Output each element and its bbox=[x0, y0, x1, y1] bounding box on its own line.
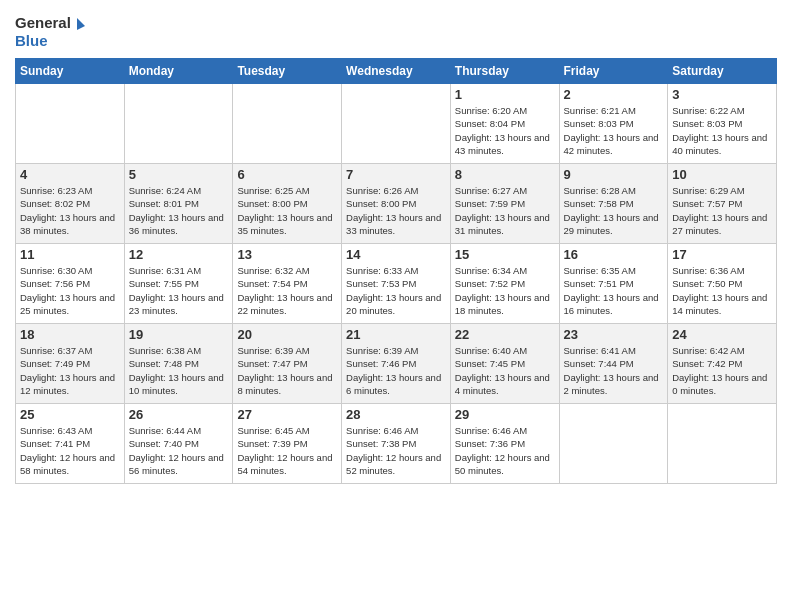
svg-text:Blue: Blue bbox=[15, 32, 48, 49]
day-cell: 20Sunrise: 6:39 AMSunset: 7:47 PMDayligh… bbox=[233, 324, 342, 404]
day-number: 18 bbox=[20, 327, 120, 342]
day-info: Sunrise: 6:41 AMSunset: 7:44 PMDaylight:… bbox=[564, 344, 664, 397]
day-cell: 11Sunrise: 6:30 AMSunset: 7:56 PMDayligh… bbox=[16, 244, 125, 324]
day-cell: 4Sunrise: 6:23 AMSunset: 8:02 PMDaylight… bbox=[16, 164, 125, 244]
day-info: Sunrise: 6:38 AMSunset: 7:48 PMDaylight:… bbox=[129, 344, 229, 397]
day-info: Sunrise: 6:25 AMSunset: 8:00 PMDaylight:… bbox=[237, 184, 337, 237]
day-info: Sunrise: 6:34 AMSunset: 7:52 PMDaylight:… bbox=[455, 264, 555, 317]
day-cell: 24Sunrise: 6:42 AMSunset: 7:42 PMDayligh… bbox=[668, 324, 777, 404]
day-info: Sunrise: 6:39 AMSunset: 7:46 PMDaylight:… bbox=[346, 344, 446, 397]
day-cell: 23Sunrise: 6:41 AMSunset: 7:44 PMDayligh… bbox=[559, 324, 668, 404]
day-cell bbox=[668, 404, 777, 484]
week-row-1: 1Sunrise: 6:20 AMSunset: 8:04 PMDaylight… bbox=[16, 84, 777, 164]
day-info: Sunrise: 6:44 AMSunset: 7:40 PMDaylight:… bbox=[129, 424, 229, 477]
page: General Blue SundayMondayTuesdayWednesda… bbox=[0, 0, 792, 612]
header-day-wednesday: Wednesday bbox=[342, 59, 451, 84]
week-row-5: 25Sunrise: 6:43 AMSunset: 7:41 PMDayligh… bbox=[16, 404, 777, 484]
day-number: 24 bbox=[672, 327, 772, 342]
day-number: 26 bbox=[129, 407, 229, 422]
day-cell: 5Sunrise: 6:24 AMSunset: 8:01 PMDaylight… bbox=[124, 164, 233, 244]
day-number: 14 bbox=[346, 247, 446, 262]
header-day-monday: Monday bbox=[124, 59, 233, 84]
day-cell: 26Sunrise: 6:44 AMSunset: 7:40 PMDayligh… bbox=[124, 404, 233, 484]
day-cell: 6Sunrise: 6:25 AMSunset: 8:00 PMDaylight… bbox=[233, 164, 342, 244]
week-row-2: 4Sunrise: 6:23 AMSunset: 8:02 PMDaylight… bbox=[16, 164, 777, 244]
day-info: Sunrise: 6:26 AMSunset: 8:00 PMDaylight:… bbox=[346, 184, 446, 237]
day-info: Sunrise: 6:20 AMSunset: 8:04 PMDaylight:… bbox=[455, 104, 555, 157]
day-cell: 7Sunrise: 6:26 AMSunset: 8:00 PMDaylight… bbox=[342, 164, 451, 244]
day-cell bbox=[233, 84, 342, 164]
day-cell: 3Sunrise: 6:22 AMSunset: 8:03 PMDaylight… bbox=[668, 84, 777, 164]
day-number: 13 bbox=[237, 247, 337, 262]
day-info: Sunrise: 6:24 AMSunset: 8:01 PMDaylight:… bbox=[129, 184, 229, 237]
day-info: Sunrise: 6:22 AMSunset: 8:03 PMDaylight:… bbox=[672, 104, 772, 157]
svg-marker-2 bbox=[77, 18, 85, 30]
day-cell: 10Sunrise: 6:29 AMSunset: 7:57 PMDayligh… bbox=[668, 164, 777, 244]
day-cell: 25Sunrise: 6:43 AMSunset: 7:41 PMDayligh… bbox=[16, 404, 125, 484]
day-info: Sunrise: 6:21 AMSunset: 8:03 PMDaylight:… bbox=[564, 104, 664, 157]
day-cell: 29Sunrise: 6:46 AMSunset: 7:36 PMDayligh… bbox=[450, 404, 559, 484]
header-day-thursday: Thursday bbox=[450, 59, 559, 84]
day-number: 20 bbox=[237, 327, 337, 342]
day-cell: 12Sunrise: 6:31 AMSunset: 7:55 PMDayligh… bbox=[124, 244, 233, 324]
day-info: Sunrise: 6:43 AMSunset: 7:41 PMDaylight:… bbox=[20, 424, 120, 477]
header-day-friday: Friday bbox=[559, 59, 668, 84]
day-number: 12 bbox=[129, 247, 229, 262]
day-number: 8 bbox=[455, 167, 555, 182]
week-row-3: 11Sunrise: 6:30 AMSunset: 7:56 PMDayligh… bbox=[16, 244, 777, 324]
day-info: Sunrise: 6:32 AMSunset: 7:54 PMDaylight:… bbox=[237, 264, 337, 317]
day-number: 25 bbox=[20, 407, 120, 422]
day-info: Sunrise: 6:35 AMSunset: 7:51 PMDaylight:… bbox=[564, 264, 664, 317]
day-number: 4 bbox=[20, 167, 120, 182]
day-number: 6 bbox=[237, 167, 337, 182]
day-number: 29 bbox=[455, 407, 555, 422]
day-cell: 9Sunrise: 6:28 AMSunset: 7:58 PMDaylight… bbox=[559, 164, 668, 244]
day-cell: 16Sunrise: 6:35 AMSunset: 7:51 PMDayligh… bbox=[559, 244, 668, 324]
week-row-4: 18Sunrise: 6:37 AMSunset: 7:49 PMDayligh… bbox=[16, 324, 777, 404]
day-cell: 2Sunrise: 6:21 AMSunset: 8:03 PMDaylight… bbox=[559, 84, 668, 164]
day-cell: 14Sunrise: 6:33 AMSunset: 7:53 PMDayligh… bbox=[342, 244, 451, 324]
day-info: Sunrise: 6:27 AMSunset: 7:59 PMDaylight:… bbox=[455, 184, 555, 237]
day-number: 27 bbox=[237, 407, 337, 422]
day-info: Sunrise: 6:45 AMSunset: 7:39 PMDaylight:… bbox=[237, 424, 337, 477]
day-cell: 19Sunrise: 6:38 AMSunset: 7:48 PMDayligh… bbox=[124, 324, 233, 404]
day-info: Sunrise: 6:28 AMSunset: 7:58 PMDaylight:… bbox=[564, 184, 664, 237]
day-cell: 22Sunrise: 6:40 AMSunset: 7:45 PMDayligh… bbox=[450, 324, 559, 404]
day-cell: 17Sunrise: 6:36 AMSunset: 7:50 PMDayligh… bbox=[668, 244, 777, 324]
header-day-sunday: Sunday bbox=[16, 59, 125, 84]
day-cell bbox=[559, 404, 668, 484]
day-number: 16 bbox=[564, 247, 664, 262]
day-number: 17 bbox=[672, 247, 772, 262]
day-info: Sunrise: 6:30 AMSunset: 7:56 PMDaylight:… bbox=[20, 264, 120, 317]
day-cell bbox=[16, 84, 125, 164]
day-number: 2 bbox=[564, 87, 664, 102]
day-cell bbox=[124, 84, 233, 164]
svg-text:General: General bbox=[15, 14, 71, 31]
day-info: Sunrise: 6:42 AMSunset: 7:42 PMDaylight:… bbox=[672, 344, 772, 397]
day-info: Sunrise: 6:23 AMSunset: 8:02 PMDaylight:… bbox=[20, 184, 120, 237]
header-day-tuesday: Tuesday bbox=[233, 59, 342, 84]
day-number: 19 bbox=[129, 327, 229, 342]
day-info: Sunrise: 6:40 AMSunset: 7:45 PMDaylight:… bbox=[455, 344, 555, 397]
header-day-saturday: Saturday bbox=[668, 59, 777, 84]
logo: General Blue bbox=[15, 10, 85, 52]
day-number: 9 bbox=[564, 167, 664, 182]
day-number: 7 bbox=[346, 167, 446, 182]
day-info: Sunrise: 6:29 AMSunset: 7:57 PMDaylight:… bbox=[672, 184, 772, 237]
day-cell: 27Sunrise: 6:45 AMSunset: 7:39 PMDayligh… bbox=[233, 404, 342, 484]
day-cell: 15Sunrise: 6:34 AMSunset: 7:52 PMDayligh… bbox=[450, 244, 559, 324]
day-number: 22 bbox=[455, 327, 555, 342]
day-number: 11 bbox=[20, 247, 120, 262]
calendar-table: SundayMondayTuesdayWednesdayThursdayFrid… bbox=[15, 58, 777, 484]
day-cell: 13Sunrise: 6:32 AMSunset: 7:54 PMDayligh… bbox=[233, 244, 342, 324]
day-cell bbox=[342, 84, 451, 164]
day-info: Sunrise: 6:46 AMSunset: 7:38 PMDaylight:… bbox=[346, 424, 446, 477]
day-info: Sunrise: 6:46 AMSunset: 7:36 PMDaylight:… bbox=[455, 424, 555, 477]
day-number: 21 bbox=[346, 327, 446, 342]
header: General Blue bbox=[15, 10, 777, 52]
logo-svg: General Blue bbox=[15, 10, 85, 52]
day-info: Sunrise: 6:31 AMSunset: 7:55 PMDaylight:… bbox=[129, 264, 229, 317]
day-cell: 8Sunrise: 6:27 AMSunset: 7:59 PMDaylight… bbox=[450, 164, 559, 244]
day-info: Sunrise: 6:37 AMSunset: 7:49 PMDaylight:… bbox=[20, 344, 120, 397]
day-number: 23 bbox=[564, 327, 664, 342]
